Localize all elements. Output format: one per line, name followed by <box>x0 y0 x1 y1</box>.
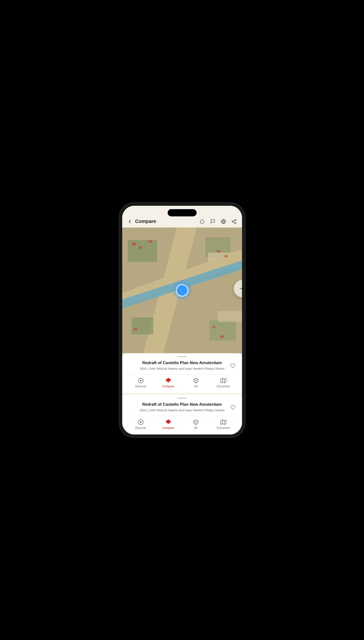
bottom-sheet-card-2: Redraft of Castello Plan New Amsterdam 1… <box>122 395 242 435</box>
tab2-document[interactable]: Document <box>216 419 231 430</box>
sheet-handle-2 <box>177 398 187 399</box>
tab-bar-1: Discover Compare <box>127 377 237 389</box>
cube-icon-2 <box>193 419 199 425</box>
map-icon <box>220 378 226 384</box>
compass-icon-2 <box>138 419 144 425</box>
card2-heart-button[interactable] <box>228 403 237 412</box>
header-title: Compare <box>135 219 196 224</box>
svg-marker-10 <box>140 379 142 381</box>
second-card-area: Redraft of Castello Plan New Amsterdam 1… <box>122 393 242 435</box>
card1-separator: | <box>147 367 149 370</box>
card1-meta: 1916 | John Wolcott Adams and Isaac Newt… <box>136 367 228 370</box>
droplet-icon[interactable] <box>199 218 205 225</box>
tab2-discover-label: Discover <box>135 426 146 430</box>
flag-icon[interactable] <box>210 218 216 225</box>
card2-title-wrap: Redraft of Castello Plan New Amsterdam 1… <box>136 402 228 413</box>
map-building <box>148 240 152 243</box>
map-building <box>220 335 224 338</box>
card1-title-wrap: Redraft of Castello Plan New Amsterdam 1… <box>136 361 228 371</box>
tab-bar-2: Discover Compare <box>127 418 237 431</box>
tab1-compare-label: Compare <box>162 385 174 388</box>
tab1-compare[interactable]: Compare <box>161 378 176 388</box>
card2-separator: | <box>147 408 149 412</box>
card1-title-row: Redraft of Castello Plan New Amsterdam 1… <box>127 361 237 371</box>
map-building <box>224 255 228 257</box>
share-icon[interactable] <box>231 218 237 225</box>
card1-authors: John Wolcott Adams and Isaac Newton Phel… <box>149 367 225 370</box>
bottom-sheet-card-1: Redraft of Castello Plan New Amsterdam 1… <box>122 353 242 393</box>
cube-icon <box>193 378 199 384</box>
svg-marker-22 <box>221 420 226 425</box>
tab2-3d-label: 3D <box>194 426 198 430</box>
tab1-document[interactable]: Document <box>216 378 231 388</box>
tab1-discover-label: Discover <box>135 385 146 388</box>
svg-marker-8 <box>239 284 242 291</box>
map-building <box>134 328 138 331</box>
card1-heart-button[interactable] <box>228 362 237 370</box>
map-building <box>139 246 142 249</box>
user-location-marker <box>176 284 188 297</box>
card2-title: Redraft of Castello Plan New Amsterdam <box>136 402 228 407</box>
card2-year: 1916 <box>139 408 146 412</box>
svg-line-7 <box>233 220 234 221</box>
card2-divider <box>127 416 237 416</box>
tab2-discover[interactable]: Discover <box>134 419 148 430</box>
phone-screen: Compare <box>122 206 242 435</box>
dynamic-island <box>168 209 196 216</box>
phone-frame: Compare <box>119 203 245 437</box>
svg-marker-14 <box>221 378 226 383</box>
tab1-discover[interactable]: Discover <box>134 378 148 388</box>
card1-year: 1916 <box>139 367 146 370</box>
tab2-compare-label: Compare <box>162 426 174 430</box>
map-building <box>217 250 220 252</box>
card1-divider <box>127 374 237 375</box>
map-block <box>132 317 154 334</box>
tab1-document-label: Document <box>217 385 230 388</box>
tab1-3d[interactable]: 3D <box>189 378 203 388</box>
back-button[interactable] <box>127 219 132 224</box>
map-sand <box>218 311 242 322</box>
layers-icon <box>165 378 172 384</box>
tab2-document-label: Document <box>217 426 230 430</box>
map-icon-2 <box>220 419 226 425</box>
svg-line-6 <box>233 222 234 223</box>
layers-icon-2 <box>165 419 172 425</box>
card2-authors: John Wolcott Adams and Isaac Newton Phel… <box>149 408 225 412</box>
compass-icon <box>138 378 144 384</box>
map-building <box>212 326 216 328</box>
card2-meta: 1916 | John Wolcott Adams and Isaac Newt… <box>136 408 228 412</box>
tab2-3d[interactable]: 3D <box>189 419 203 430</box>
tab1-3d-label: 3D <box>194 385 198 388</box>
card2-title-row: Redraft of Castello Plan New Amsterdam 1… <box>127 402 237 413</box>
map-building <box>132 242 136 245</box>
sheet-handle <box>177 356 187 357</box>
svg-marker-18 <box>140 421 142 423</box>
globe-icon[interactable] <box>220 218 226 225</box>
tab2-compare[interactable]: Compare <box>161 419 176 430</box>
header-actions <box>199 218 237 225</box>
map-view[interactable] <box>122 227 242 353</box>
card1-title: Redraft of Castello Plan New Amsterdam <box>136 361 228 365</box>
